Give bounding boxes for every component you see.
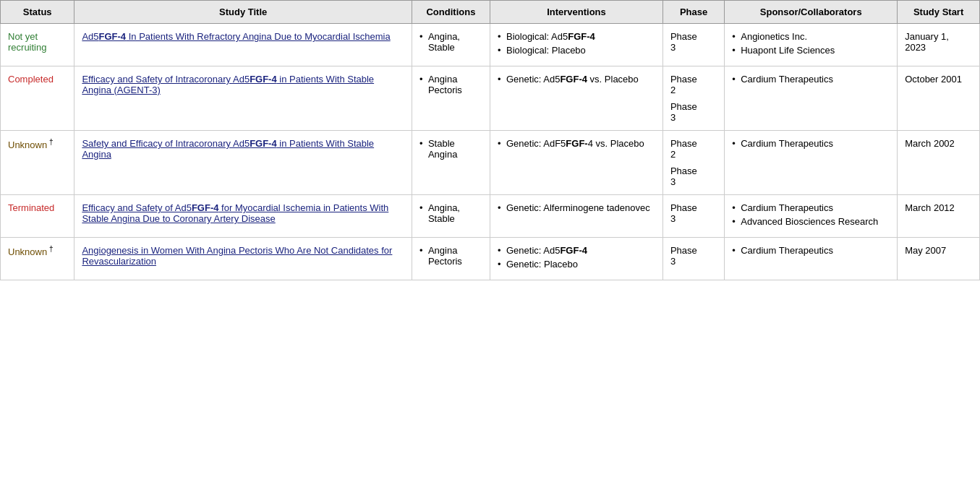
- header-sponsor: Sponsor/Collaborators: [725, 1, 898, 24]
- study-title-cell: Efficacy and Safety of Intracoronary Ad5…: [74, 66, 412, 131]
- sponsor-item: Huapont Life Sciences: [732, 45, 890, 56]
- sponsor-item: Cardium Therapeutics: [732, 245, 890, 256]
- status-cell: Terminated: [1, 195, 74, 238]
- header-status: Status: [1, 1, 74, 24]
- status-suffix: †: [47, 245, 53, 253]
- sponsor-cell: Angionetics Inc.Huapont Life Sciences: [725, 24, 898, 66]
- interventions-cell: Genetic: AdF5FGF-4 vs. Placebo: [490, 131, 662, 195]
- table-row: CompletedEfficacy and Safety of Intracor…: [1, 66, 980, 131]
- phase-item: Phase 3: [670, 31, 717, 53]
- intervention-item: Genetic: AdF5FGF-4 vs. Placebo: [498, 138, 655, 149]
- sponsor-cell: Cardium Therapeutics: [725, 238, 898, 280]
- phase-cell: Phase 3: [662, 24, 724, 66]
- study-title-cell: Safety and Efficacy of Intracoronary Ad5…: [74, 131, 412, 195]
- condition-item: Angina, Stable: [419, 202, 482, 224]
- intervention-item: Genetic: Alferminogene tadenovec: [498, 202, 655, 213]
- status-badge: Not yet recruiting: [8, 31, 46, 53]
- table-row: TerminatedEfficacy and Safety of Ad5FGF-…: [1, 195, 980, 238]
- phase-cell: Phase 3: [662, 195, 724, 238]
- conditions-cell: Angina, Stable: [412, 24, 490, 66]
- intervention-item: Biological: Ad5FGF-4: [498, 31, 655, 42]
- study-start-cell: March 2012: [898, 195, 980, 238]
- phase-item: Phase 3: [670, 101, 717, 123]
- condition-item: Angina Pectoris: [419, 74, 482, 95]
- conditions-cell: Angina Pectoris: [412, 66, 490, 131]
- sponsor-cell: Cardium Therapeutics: [725, 131, 898, 195]
- study-start-cell: October 2001: [898, 66, 980, 131]
- table-row: Unknown †Safety and Efficacy of Intracor…: [1, 131, 980, 195]
- interventions-cell: Genetic: Ad5FGF-4 vs. Placebo: [490, 66, 662, 131]
- study-title-link[interactable]: Safety and Efficacy of Intracoronary Ad5…: [82, 138, 374, 160]
- intervention-item: Genetic: Ad5FGF-4 vs. Placebo: [498, 74, 655, 85]
- sponsor-item: Cardium Therapeutics: [732, 202, 890, 213]
- intervention-item: Genetic: Placebo: [498, 259, 655, 270]
- condition-item: Stable Angina: [419, 138, 482, 160]
- header-conditions: Conditions: [412, 1, 490, 24]
- status-cell: Unknown †: [1, 238, 74, 280]
- study-title-link[interactable]: Angiogenesis in Women With Angina Pector…: [82, 245, 392, 267]
- condition-item: Angina Pectoris: [419, 245, 482, 267]
- status-cell: Completed: [1, 66, 74, 131]
- study-title-link[interactable]: Efficacy and Safety of Intracoronary Ad5…: [82, 74, 374, 95]
- phase-cell: Phase 2Phase 3: [662, 66, 724, 131]
- status-badge: Unknown: [8, 246, 47, 257]
- conditions-cell: Angina Pectoris: [412, 238, 490, 280]
- interventions-cell: Genetic: Ad5FGF-4Genetic: Placebo: [490, 238, 662, 280]
- study-title-link[interactable]: Ad5FGF-4 In Patients With Refractory Ang…: [82, 31, 390, 42]
- study-title-cell: Angiogenesis in Women With Angina Pector…: [74, 238, 412, 280]
- conditions-cell: Stable Angina: [412, 131, 490, 195]
- status-suffix: †: [47, 138, 53, 146]
- status-badge: Completed: [8, 74, 54, 85]
- phase-item: Phase 2: [670, 138, 717, 160]
- phase-cell: Phase 2Phase 3: [662, 131, 724, 195]
- phase-cell: Phase 3: [662, 238, 724, 280]
- phase-item: Phase 3: [670, 165, 717, 187]
- studies-table: Status Study Title Conditions Interventi…: [0, 0, 980, 280]
- sponsor-item: Cardium Therapeutics: [732, 138, 890, 149]
- condition-item: Angina, Stable: [419, 31, 482, 53]
- table-row: Not yet recruitingAd5FGF-4 In Patients W…: [1, 24, 980, 66]
- sponsor-item: Advanced Biosciences Research: [732, 216, 890, 227]
- study-start-cell: January 1, 2023: [898, 24, 980, 66]
- status-cell: Unknown †: [1, 131, 74, 195]
- header-phase: Phase: [662, 1, 724, 24]
- phase-item: Phase 3: [670, 245, 717, 267]
- intervention-item: Genetic: Ad5FGF-4: [498, 245, 655, 256]
- study-start-cell: March 2002: [898, 131, 980, 195]
- phase-item: Phase 3: [670, 202, 717, 224]
- sponsor-item: Angionetics Inc.: [732, 31, 890, 42]
- study-title-cell: Efficacy and Safety of Ad5FGF-4 for Myoc…: [74, 195, 412, 238]
- study-title-cell: Ad5FGF-4 In Patients With Refractory Ang…: [74, 24, 412, 66]
- header-study-start: Study Start: [898, 1, 980, 24]
- conditions-cell: Angina, Stable: [412, 195, 490, 238]
- study-title-link[interactable]: Efficacy and Safety of Ad5FGF-4 for Myoc…: [82, 202, 388, 224]
- interventions-cell: Biological: Ad5FGF-4Biological: Placebo: [490, 24, 662, 66]
- status-badge: Unknown: [8, 139, 47, 150]
- status-badge: Terminated: [8, 202, 54, 213]
- table-row: Unknown †Angiogenesis in Women With Angi…: [1, 238, 980, 280]
- sponsor-cell: Cardium TherapeuticsAdvanced Biosciences…: [725, 195, 898, 238]
- sponsor-cell: Cardium Therapeutics: [725, 66, 898, 131]
- phase-item: Phase 2: [670, 74, 717, 95]
- intervention-item: Biological: Placebo: [498, 45, 655, 56]
- header-study-title: Study Title: [74, 1, 412, 24]
- sponsor-item: Cardium Therapeutics: [732, 74, 890, 85]
- study-start-cell: May 2007: [898, 238, 980, 280]
- header-interventions: Interventions: [490, 1, 662, 24]
- interventions-cell: Genetic: Alferminogene tadenovec: [490, 195, 662, 238]
- status-cell: Not yet recruiting: [1, 24, 74, 66]
